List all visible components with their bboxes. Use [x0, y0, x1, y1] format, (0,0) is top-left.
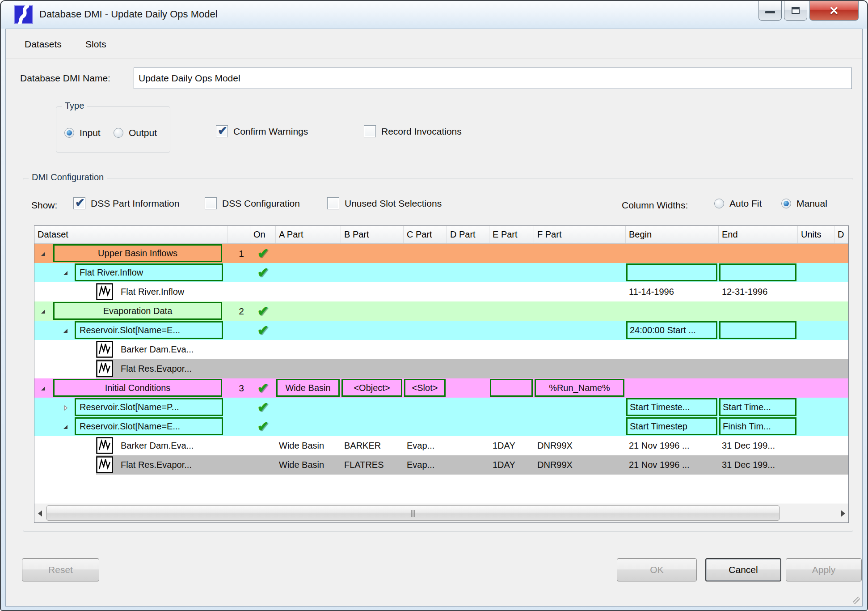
- selection-box[interactable]: %Run_Name%: [535, 379, 624, 397]
- radio-manual-icon[interactable]: [781, 199, 791, 208]
- record-invocations-checkbox[interactable]: Record Invocations: [364, 125, 462, 137]
- on-checkmark-icon[interactable]: ✔: [257, 303, 269, 319]
- on-checkmark-icon[interactable]: ✔: [257, 399, 269, 416]
- selection-box[interactable]: Start Timestep: [626, 417, 717, 435]
- cell-dataset[interactable]: Evaporation Data: [34, 301, 228, 321]
- column-header-on[interactable]: On: [250, 226, 276, 243]
- expander-expanded-icon[interactable]: [62, 269, 69, 276]
- expander-expanded-icon[interactable]: [40, 307, 47, 314]
- selection-box[interactable]: Start Time...: [719, 398, 796, 416]
- table-row[interactable]: Initial Conditions3✔Wide Basin<Object><S…: [34, 378, 848, 398]
- column-header-dataset[interactable]: Dataset: [34, 226, 228, 243]
- resize-grip[interactable]: [853, 597, 860, 604]
- cancel-button[interactable]: Cancel: [705, 558, 781, 581]
- database-dmi-name-input[interactable]: [134, 68, 852, 89]
- cell-dataset[interactable]: Flat Res.Evapor...: [34, 359, 228, 378]
- on-checkmark-icon[interactable]: ✔: [257, 264, 269, 281]
- column-header-begin[interactable]: Begin: [626, 226, 719, 243]
- on-checkmark-icon[interactable]: ✔: [257, 322, 269, 339]
- expander-expanded-icon[interactable]: [62, 423, 69, 430]
- selection-box[interactable]: Finish Tim...: [719, 417, 796, 435]
- selection-box[interactable]: <Object>: [341, 379, 402, 397]
- unused-slot-selections-checkbox-icon[interactable]: [327, 197, 339, 209]
- cell-dataset[interactable]: Upper Basin Inflows: [34, 244, 228, 263]
- apply-button[interactable]: Apply: [786, 558, 862, 581]
- selection-box[interactable]: [719, 263, 796, 281]
- dss-configuration-checkbox[interactable]: DSS Configuration: [205, 197, 300, 209]
- cell-dataset[interactable]: Initial Conditions: [34, 378, 228, 398]
- cell-dataset[interactable]: Reservoir.Slot[Name=E...: [34, 417, 228, 436]
- dataset-label-box[interactable]: Upper Basin Inflows: [53, 244, 222, 262]
- selection-box[interactable]: <Slot>: [404, 379, 446, 397]
- dataset-label-box[interactable]: Reservoir.Slot[Name=P...: [75, 398, 223, 416]
- selection-box[interactable]: [626, 263, 717, 281]
- horizontal-scrollbar[interactable]: [34, 504, 848, 522]
- column-header-num[interactable]: [228, 226, 250, 243]
- unused-slot-selections-checkbox[interactable]: Unused Slot Selections: [327, 197, 442, 209]
- cell-dataset[interactable]: Reservoir.Slot[Name=E...: [34, 321, 228, 340]
- column-header-d_part[interactable]: D Part: [447, 226, 489, 243]
- column-header-e_part[interactable]: E Part: [489, 226, 534, 243]
- scrollbar-right-arrow[interactable]: [838, 504, 848, 523]
- table-row[interactable]: Flat River.Inflow✔: [34, 263, 848, 282]
- cell-dataset[interactable]: Flat River.Inflow: [34, 263, 228, 282]
- dss-part-information-checkbox-icon[interactable]: [73, 197, 85, 209]
- table-row[interactable]: Reservoir.Slot[Name=P...✔Start Timeste..…: [34, 398, 848, 417]
- selection-box[interactable]: Start Timeste...: [626, 398, 717, 416]
- cell-dataset[interactable]: Barker Dam.Eva...: [34, 436, 228, 455]
- column-header-b_part[interactable]: B Part: [341, 226, 404, 243]
- table-row[interactable]: Barker Dam.Eva...: [34, 340, 848, 359]
- dataset-label-box[interactable]: Initial Conditions: [53, 379, 222, 397]
- column-header-units[interactable]: Units: [798, 226, 834, 243]
- dataset-label-box[interactable]: Evaporation Data: [53, 302, 222, 320]
- selection-box[interactable]: [490, 379, 533, 397]
- close-button[interactable]: ✕: [809, 1, 859, 21]
- radio-auto-fit[interactable]: Auto Fit: [714, 198, 762, 209]
- on-checkmark-icon[interactable]: ✔: [257, 418, 269, 435]
- cell-dataset[interactable]: Flat Res.Evapor...: [34, 455, 228, 475]
- table-row[interactable]: Upper Basin Inflows1✔: [34, 244, 848, 263]
- radio-input[interactable]: Input: [64, 127, 101, 138]
- selection-box[interactable]: [719, 321, 796, 339]
- selection-box[interactable]: 24:00:00 Start ...: [626, 321, 717, 339]
- table-row[interactable]: Barker Dam.Eva...Wide BasinBARKEREvap...…: [34, 436, 848, 455]
- column-header-c_part[interactable]: C Part: [404, 226, 447, 243]
- radio-manual[interactable]: Manual: [781, 198, 827, 209]
- expander-expanded-icon[interactable]: [62, 327, 69, 334]
- cell-dataset[interactable]: Reservoir.Slot[Name=P...: [34, 398, 228, 417]
- radio-auto-fit-icon[interactable]: [714, 199, 724, 208]
- minimize-button[interactable]: [758, 1, 782, 21]
- cell-dataset[interactable]: Barker Dam.Eva...: [34, 340, 228, 359]
- table-row[interactable]: Reservoir.Slot[Name=E...✔24:00:00 Start …: [34, 321, 848, 340]
- table-row[interactable]: Reservoir.Slot[Name=E...✔Start TimestepF…: [34, 417, 848, 436]
- on-checkmark-icon[interactable]: ✔: [257, 380, 269, 396]
- dss-configuration-checkbox-icon[interactable]: [205, 197, 217, 209]
- cell-dataset[interactable]: Flat River.Inflow: [34, 282, 228, 301]
- menu-datasets[interactable]: Datasets: [21, 37, 65, 51]
- scrollbar-left-arrow[interactable]: [34, 504, 45, 523]
- reset-button[interactable]: Reset: [22, 558, 99, 581]
- dss-part-information-checkbox[interactable]: DSS Part Information: [73, 197, 179, 209]
- table-row[interactable]: Evaporation Data2✔: [34, 301, 848, 321]
- expander-collapsed-icon[interactable]: [62, 403, 69, 411]
- selection-box[interactable]: Wide Basin: [276, 379, 340, 397]
- column-header-d_clipped[interactable]: D: [834, 226, 848, 243]
- expander-expanded-icon[interactable]: [40, 384, 47, 391]
- on-checkmark-icon[interactable]: ✔: [257, 245, 269, 262]
- dataset-label-box[interactable]: Reservoir.Slot[Name=E...: [75, 321, 223, 339]
- column-header-a_part[interactable]: A Part: [276, 226, 341, 243]
- column-header-f_part[interactable]: F Part: [534, 226, 626, 243]
- record-invocations-checkbox-icon[interactable]: [364, 125, 376, 137]
- radio-output-icon[interactable]: [114, 128, 123, 138]
- menu-slots[interactable]: Slots: [82, 37, 110, 51]
- table-row[interactable]: Flat River.Inflow11-14-199612-31-1996: [34, 282, 848, 301]
- table-row[interactable]: Flat Res.Evapor...Wide BasinFLATRESEvap.…: [34, 455, 848, 475]
- column-header-end[interactable]: End: [719, 226, 798, 243]
- confirm-warnings-checkbox-icon[interactable]: [216, 125, 228, 137]
- table-row[interactable]: Flat Res.Evapor...: [34, 359, 848, 378]
- title-bar[interactable]: Database DMI - Update Daily Ops Model ✕: [1, 1, 867, 29]
- scrollbar-thumb[interactable]: [46, 505, 780, 521]
- radio-input-icon[interactable]: [64, 128, 74, 138]
- dataset-label-box[interactable]: Flat River.Inflow: [75, 263, 223, 281]
- ok-button[interactable]: OK: [617, 558, 697, 581]
